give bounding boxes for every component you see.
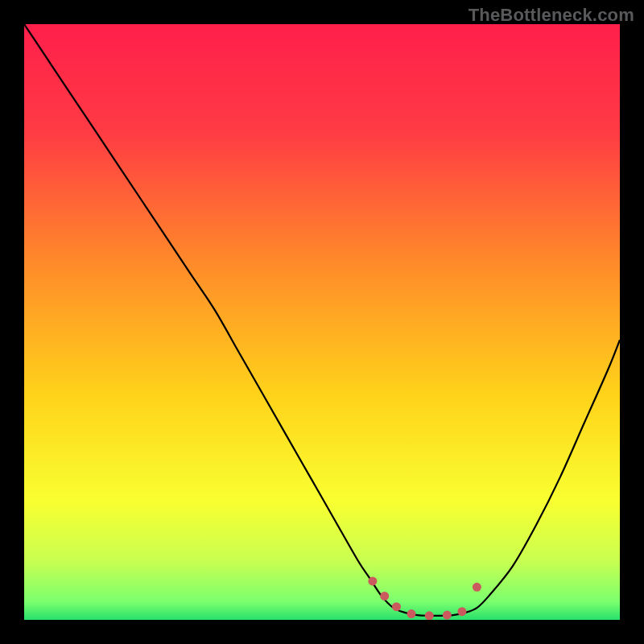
optimal-point-marker	[457, 607, 466, 616]
optimal-point-marker	[392, 602, 401, 611]
optimal-point-marker	[425, 611, 434, 620]
plot-area	[24, 24, 620, 620]
chart-frame: TheBottleneck.com	[0, 0, 644, 644]
optimal-point-marker	[368, 576, 377, 585]
chart-svg	[24, 24, 620, 620]
watermark-text: TheBottleneck.com	[469, 5, 634, 26]
optimal-point-marker	[407, 609, 416, 618]
optimal-point-marker	[473, 583, 481, 592]
gradient-background	[24, 24, 620, 620]
optimal-point-marker	[380, 592, 389, 601]
optimal-point-marker	[443, 611, 452, 620]
